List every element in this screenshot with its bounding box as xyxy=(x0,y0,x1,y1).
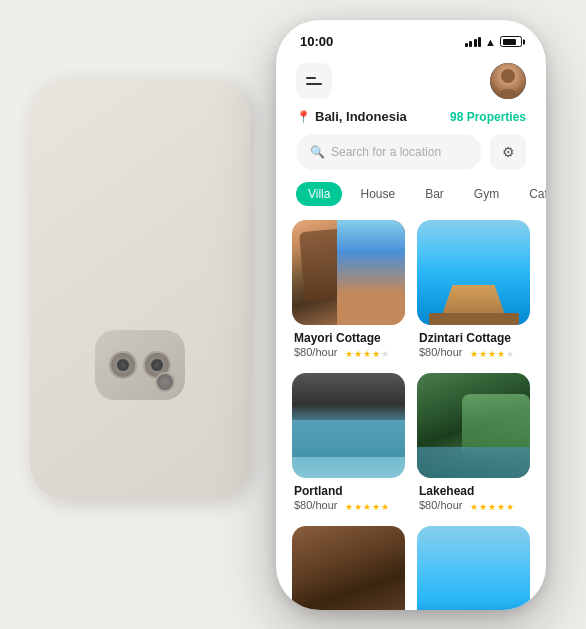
property-name-lakehead: Lakehead xyxy=(419,484,528,498)
main-phone: 10:00 ▲ 📍 Bali, Indonesia xyxy=(276,20,546,610)
app-header xyxy=(276,55,546,109)
avatar-image xyxy=(490,63,526,99)
property-grid: Mayori Cottage $80/hour ★ ★ ★ ★ ★ xyxy=(276,220,546,610)
category-tabs: Villa House Bar Gym Cafe Meting xyxy=(276,182,546,220)
wifi-icon: ▲ xyxy=(485,36,496,48)
property-stars-lakehead: ★ ★ ★ ★ ★ xyxy=(470,502,514,512)
menu-icon xyxy=(306,77,316,79)
tab-gym[interactable]: Gym xyxy=(462,182,511,206)
property-price-lakehead: $80/hour xyxy=(419,499,462,511)
search-row: 🔍 Search for a location ⚙ xyxy=(276,134,546,182)
camera-lens-main xyxy=(109,351,137,379)
location-pin-icon: 📍 xyxy=(296,110,311,124)
tab-bar[interactable]: Bar xyxy=(413,182,456,206)
filter-button[interactable]: ⚙ xyxy=(490,134,526,170)
status-icons: ▲ xyxy=(465,36,522,48)
property-image-lakehead xyxy=(417,373,530,478)
property-card-lakehead[interactable]: Lakehead $80/hour ★ ★ ★ ★ ★ xyxy=(417,373,530,514)
tab-house[interactable]: House xyxy=(348,182,407,206)
tab-cafe[interactable]: Cafe xyxy=(517,182,546,206)
tab-villa[interactable]: Villa xyxy=(296,182,342,206)
camera-lens-small xyxy=(155,372,175,392)
property-info-lakehead: Lakehead $80/hour ★ ★ ★ ★ ★ xyxy=(417,484,530,514)
property-card-bottom1[interactable] xyxy=(292,526,405,610)
property-image-portland xyxy=(292,373,405,478)
property-image-dzintari xyxy=(417,220,530,325)
properties-count: 98 Properties xyxy=(450,110,526,124)
search-icon: 🔍 xyxy=(310,145,325,159)
battery-icon xyxy=(500,36,522,47)
property-price-mayori: $80/hour xyxy=(294,346,337,358)
property-price-portland: $80/hour xyxy=(294,499,337,511)
property-info-mayori: Mayori Cottage $80/hour ★ ★ ★ ★ ★ xyxy=(292,331,405,361)
location-city: Bali, Indonesia xyxy=(315,109,407,124)
property-card-portland[interactable]: Portland $80/hour ★ ★ ★ ★ ★ xyxy=(292,373,405,514)
camera-module xyxy=(95,330,185,400)
property-image-mayori xyxy=(292,220,405,325)
property-stars-portland: ★ ★ ★ ★ ★ xyxy=(345,502,389,512)
property-card-dzintari[interactable]: Dzintari Cottage $80/hour ★ ★ ★ ★ ★ xyxy=(417,220,530,361)
property-card-mayori[interactable]: Mayori Cottage $80/hour ★ ★ ★ ★ ★ xyxy=(292,220,405,361)
filter-icon: ⚙ xyxy=(502,144,515,160)
status-time: 10:00 xyxy=(300,34,333,49)
property-name-mayori: Mayori Cottage xyxy=(294,331,403,345)
property-name-portland: Portland xyxy=(294,484,403,498)
property-card-bottom2[interactable] xyxy=(417,526,530,610)
property-name-dzintari: Dzintari Cottage xyxy=(419,331,528,345)
location-row: 📍 Bali, Indonesia 98 Properties xyxy=(276,109,546,134)
property-image-bottom1 xyxy=(292,526,405,610)
background-phone xyxy=(30,80,250,500)
property-image-bottom2 xyxy=(417,526,530,610)
avatar[interactable] xyxy=(490,63,526,99)
menu-button[interactable] xyxy=(296,63,332,99)
property-stars-dzintari: ★ ★ ★ ★ ★ xyxy=(470,349,514,359)
location-left: 📍 Bali, Indonesia xyxy=(296,109,407,124)
property-info-dzintari: Dzintari Cottage $80/hour ★ ★ ★ ★ ★ xyxy=(417,331,530,361)
status-bar: 10:00 ▲ xyxy=(276,20,546,55)
search-placeholder: Search for a location xyxy=(331,145,441,159)
property-info-portland: Portland $80/hour ★ ★ ★ ★ ★ xyxy=(292,484,405,514)
property-price-dzintari: $80/hour xyxy=(419,346,462,358)
signal-icon xyxy=(465,37,482,47)
search-box[interactable]: 🔍 Search for a location xyxy=(296,134,482,170)
property-stars-mayori: ★ ★ ★ ★ ★ xyxy=(345,349,389,359)
